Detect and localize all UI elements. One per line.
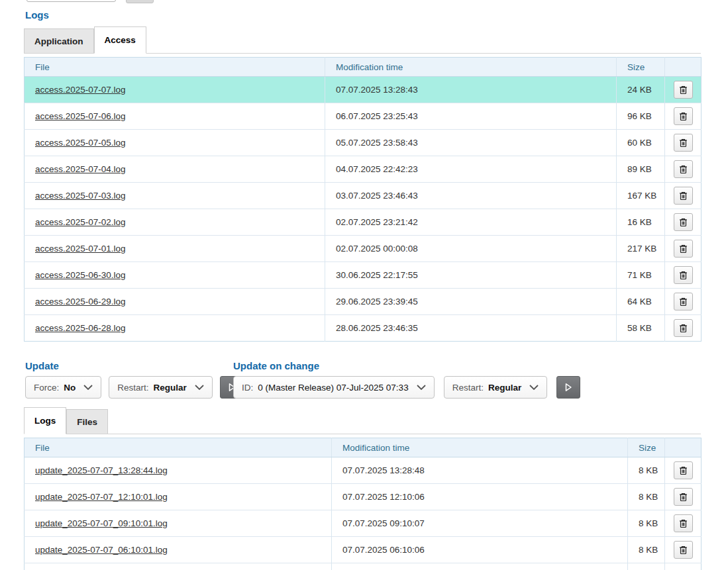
force-dropdown-label: Force: [34,383,59,393]
chevron-down-icon [83,385,93,390]
table-row: access.2025-07-05.log 05.07.2025 23:58:4… [25,130,702,156]
mtime-cell: 30.06.2025 22:17:55 [325,262,617,289]
trash-icon [679,244,688,254]
update-controls: Force: No Restart: Regular [25,376,244,399]
size-cell: 167 KB [617,183,665,209]
force-dropdown[interactable]: Force: No [25,376,101,399]
column-header-file: File [25,58,325,77]
size-cell: 24 KB [617,77,665,103]
trash-icon [679,218,688,227]
size-cell: 64 KB [617,289,665,315]
file-link[interactable]: update_2025-07-07_13:28:44.log [35,465,168,475]
size-cell: 60 KB [617,130,665,156]
size-cell: 8 KB [628,484,665,510]
mtime-cell: 05.07.2025 23:58:43 [325,130,617,156]
trash-icon [679,493,688,502]
delete-button[interactable] [674,107,693,125]
delete-button[interactable] [674,240,693,258]
trash-icon [679,165,688,174]
release-id-dropdown-label: ID: [242,383,253,393]
uoc-restart-dropdown-value: Regular [488,383,521,393]
mtime-cell: 07.07.2025 12:10:06 [332,484,628,510]
release-id-dropdown[interactable]: ID: 0 (Master Release) 07-Jul-2025 07:33 [233,376,435,399]
delete-button[interactable] [674,488,693,506]
file-link[interactable]: access.2025-07-03.log [35,191,126,201]
update-section-title: Update [25,360,59,371]
file-link[interactable]: access.2025-07-05.log [35,138,126,148]
delete-button[interactable] [674,81,693,99]
table-row: access.2025-07-06.log 06.07.2025 23:25:4… [25,103,702,130]
mtime-cell: 29.06.2025 23:39:45 [325,289,617,315]
size-cell: 58 KB [617,315,665,342]
update-logs-tabbar: Logs Files [24,407,701,434]
file-link[interactable]: update_2025-07-07_06:10:01.log [35,545,168,555]
column-header-actions [665,438,702,457]
table-row: access.2025-07-01.log 02.07.2025 00:00:0… [25,236,702,262]
mtime-cell: 06.07.2025 23:25:43 [325,103,617,130]
delete-button[interactable] [674,293,693,310]
file-link[interactable]: access.2025-06-28.log [35,323,126,333]
delete-button[interactable] [674,160,693,178]
update-restart-dropdown-label: Restart: [117,383,148,393]
file-link[interactable]: access.2025-07-04.log [35,164,126,174]
file-link[interactable]: access.2025-06-30.log [35,270,126,280]
file-link[interactable]: update_2025-07-07_09:10:01.log [35,518,168,528]
mtime-cell: 07.07.2025 13:28:48 [332,457,628,484]
delete-button[interactable] [674,541,693,559]
column-header-size: Size [617,58,665,77]
table-row: update_2025-07-07_06:10:01.log 07.07.202… [25,537,702,563]
trash-icon [679,112,688,121]
delete-button[interactable] [674,514,693,532]
update-restart-dropdown[interactable]: Restart: Regular [109,376,213,399]
table-row: access.2025-07-03.log 03.07.2025 23:46:4… [25,183,702,209]
partial-button[interactable] [126,0,154,3]
page: Logs Application Access File Modificatio… [0,0,728,570]
tab-access[interactable]: Access [94,26,146,54]
trash-icon [679,466,688,475]
release-id-dropdown-value: 0 (Master Release) 07-Jul-2025 07:33 [258,383,408,393]
mtime-cell: 02.07.2025 23:21:42 [325,209,617,236]
delete-button[interactable] [674,187,693,205]
tab-logs[interactable]: Logs [24,407,66,434]
delete-button[interactable] [674,213,693,231]
chevron-down-icon [195,385,204,390]
size-cell: 96 KB [617,103,665,130]
table-row: access.2025-07-04.log 04.07.2025 22:42:2… [25,156,702,183]
file-link[interactable]: access.2025-07-01.log [35,244,126,254]
trash-icon [679,271,688,280]
trash-icon [679,297,688,307]
mtime-cell: 07.07.2025 09:10:07 [332,510,628,537]
delete-button[interactable] [674,266,693,284]
force-dropdown-value: No [64,383,76,393]
file-link[interactable]: access.2025-07-07.log [35,85,126,95]
table-header-row: File Modification time Size [25,438,702,457]
mtime-cell: 02.07.2025 00:00:08 [325,236,617,262]
column-header-size: Size [628,438,665,457]
file-link[interactable]: update_2025-07-07_12:10:01.log [35,492,168,502]
update-on-change-run-button[interactable] [556,376,580,399]
column-header-actions [665,58,702,77]
partial-text-input[interactable] [26,0,116,2]
file-link[interactable]: access.2025-07-06.log [35,111,126,121]
logs-tabbar: Application Access [24,26,701,54]
file-link[interactable]: access.2025-06-29.log [35,297,126,307]
size-cell: 8 KB [628,457,665,484]
table-row-partial [25,563,702,570]
size-cell: 217 KB [617,236,665,262]
update-logs-table: File Modification time Size update_2025-… [24,438,702,570]
delete-button[interactable] [674,319,693,337]
chevron-down-icon [529,385,539,390]
chevron-down-icon [417,385,426,390]
play-icon [564,383,572,392]
tab-application[interactable]: Application [24,28,94,53]
column-header-file: File [25,438,332,457]
size-cell: 71 KB [617,262,665,289]
delete-button[interactable] [674,461,693,479]
table-row: access.2025-07-02.log 02.07.2025 23:21:4… [25,209,702,236]
mtime-cell: 07.07.2025 06:10:06 [332,537,628,563]
delete-button[interactable] [674,134,693,152]
file-link[interactable]: access.2025-07-02.log [35,217,126,227]
tab-files[interactable]: Files [66,409,108,434]
uoc-restart-dropdown[interactable]: Restart: Regular [444,376,548,399]
size-cell: 8 KB [628,510,665,537]
